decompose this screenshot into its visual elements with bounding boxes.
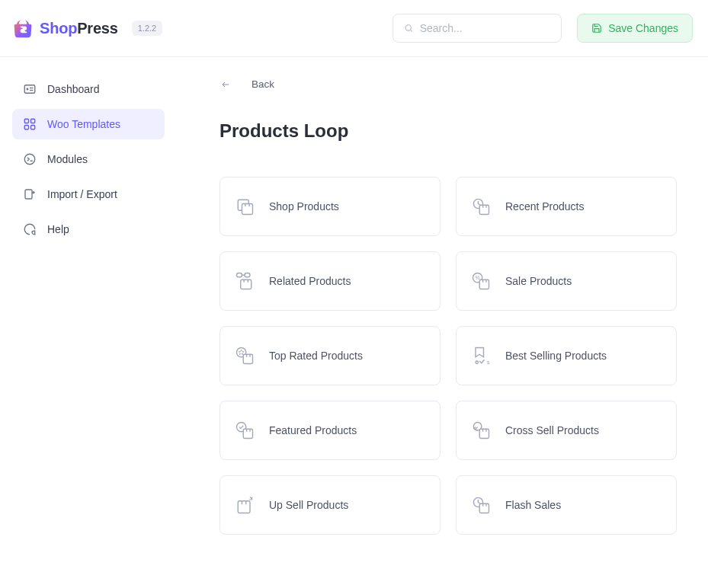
search-icon bbox=[404, 23, 414, 34]
svg-text:$: $ bbox=[487, 360, 490, 365]
svg-rect-7 bbox=[31, 119, 35, 123]
search-input[interactable] bbox=[420, 22, 551, 34]
sidebar: Dashboard Woo Templates Modules Import /… bbox=[0, 57, 174, 550]
card-flash-sales[interactable]: Flash Sales bbox=[456, 475, 677, 535]
svg-rect-6 bbox=[24, 119, 28, 123]
svg-rect-9 bbox=[31, 126, 35, 129]
svg-rect-17 bbox=[237, 273, 242, 277]
svg-rect-20 bbox=[241, 280, 251, 289]
svg-rect-18 bbox=[245, 273, 250, 277]
svg-rect-32 bbox=[238, 501, 250, 513]
card-label: Recent Products bbox=[505, 200, 585, 213]
card-cross-sell-products[interactable]: Cross Sell Products bbox=[456, 401, 677, 460]
arrow-left-icon bbox=[219, 80, 232, 89]
sidebar-item-woo-templates[interactable]: Woo Templates bbox=[12, 109, 165, 139]
sidebar-item-help[interactable]: Help bbox=[12, 214, 165, 244]
svg-point-3 bbox=[27, 88, 28, 90]
recent-products-icon bbox=[470, 196, 492, 217]
up-sell-products-icon bbox=[234, 494, 255, 516]
svg-rect-2 bbox=[24, 85, 35, 94]
sidebar-item-modules[interactable]: Modules bbox=[12, 144, 165, 174]
svg-rect-16 bbox=[479, 205, 489, 214]
svg-rect-29 bbox=[243, 429, 252, 438]
save-icon bbox=[591, 23, 602, 34]
sidebar-item-label: Dashboard bbox=[47, 83, 100, 95]
svg-line-1 bbox=[411, 30, 412, 31]
svg-rect-25 bbox=[243, 354, 252, 363]
modules-icon bbox=[23, 152, 37, 166]
page-title: Products Loop bbox=[219, 120, 705, 142]
svg-point-26 bbox=[476, 361, 479, 364]
search-box[interactable] bbox=[392, 14, 562, 43]
cards-grid: Shop Products Recent Products Related Pr… bbox=[219, 177, 705, 535]
card-label: Top Rated Products bbox=[269, 350, 363, 362]
save-button-label: Save Changes bbox=[608, 22, 678, 34]
svg-rect-34 bbox=[479, 503, 489, 513]
card-label: Up Sell Products bbox=[269, 499, 348, 511]
help-icon bbox=[23, 222, 37, 236]
card-up-sell-products[interactable]: Up Sell Products bbox=[219, 475, 440, 535]
card-featured-products[interactable]: Featured Products bbox=[219, 401, 440, 460]
sidebar-item-label: Modules bbox=[47, 153, 88, 165]
card-recent-products[interactable]: Recent Products bbox=[456, 177, 677, 236]
sidebar-item-label: Woo Templates bbox=[47, 118, 120, 130]
logo-icon bbox=[12, 18, 34, 39]
sidebar-item-label: Import / Export bbox=[47, 188, 117, 200]
card-label: Best Selling Products bbox=[505, 350, 607, 362]
svg-rect-14 bbox=[242, 204, 253, 215]
sidebar-item-label: Help bbox=[47, 223, 69, 235]
svg-rect-11 bbox=[25, 190, 32, 199]
shop-products-icon bbox=[234, 196, 255, 217]
svg-rect-31 bbox=[479, 429, 489, 438]
flash-sales-icon bbox=[470, 494, 492, 516]
version-badge: 1.2.2 bbox=[132, 21, 162, 36]
cross-sell-products-icon bbox=[470, 420, 492, 441]
main-content: Back Products Loop Shop Products Recent … bbox=[174, 57, 708, 550]
card-label: Featured Products bbox=[269, 424, 357, 436]
templates-icon bbox=[23, 117, 37, 131]
svg-rect-8 bbox=[24, 126, 28, 129]
card-label: Flash Sales bbox=[505, 499, 561, 511]
card-label: Related Products bbox=[269, 275, 351, 287]
card-shop-products[interactable]: Shop Products bbox=[219, 177, 440, 236]
featured-products-icon bbox=[234, 420, 255, 441]
sidebar-item-dashboard[interactable]: Dashboard bbox=[12, 74, 165, 104]
card-label: Sale Products bbox=[505, 275, 572, 287]
logo-text: ShopPress bbox=[40, 20, 118, 37]
card-sale-products[interactable]: % Sale Products bbox=[456, 251, 677, 311]
card-best-selling-products[interactable]: $ Best Selling Products bbox=[456, 326, 677, 385]
import-export-icon bbox=[23, 187, 37, 201]
best-selling-products-icon: $ bbox=[470, 345, 492, 366]
card-label: Cross Sell Products bbox=[505, 424, 599, 436]
card-top-rated-products[interactable]: Top Rated Products bbox=[219, 326, 440, 385]
back-label: Back bbox=[251, 78, 274, 90]
dashboard-icon bbox=[23, 82, 37, 96]
svg-text:%: % bbox=[476, 275, 480, 280]
top-rated-products-icon bbox=[234, 345, 255, 366]
back-button[interactable]: Back bbox=[219, 78, 705, 90]
related-products-icon bbox=[234, 270, 255, 292]
sidebar-item-import-export[interactable]: Import / Export bbox=[12, 179, 165, 209]
sale-products-icon: % bbox=[470, 270, 492, 292]
card-related-products[interactable]: Related Products bbox=[219, 251, 440, 311]
svg-rect-23 bbox=[479, 280, 489, 289]
card-label: Shop Products bbox=[269, 200, 339, 213]
logo[interactable]: ShopPress 1.2.2 bbox=[12, 18, 162, 39]
save-changes-button[interactable]: Save Changes bbox=[577, 14, 693, 43]
header: ShopPress 1.2.2 Save Changes bbox=[0, 0, 708, 57]
svg-point-0 bbox=[405, 25, 411, 30]
